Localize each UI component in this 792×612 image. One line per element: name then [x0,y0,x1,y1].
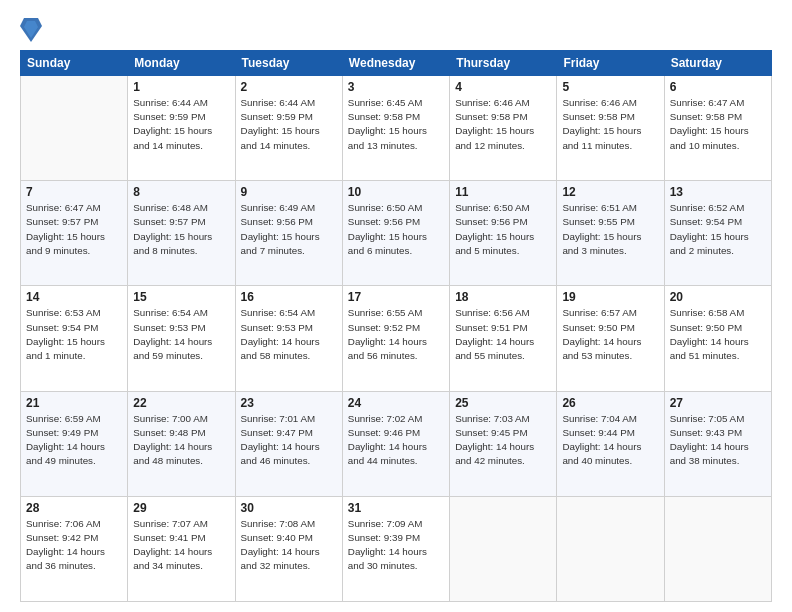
calendar-cell: 30Sunrise: 7:08 AM Sunset: 9:40 PM Dayli… [235,496,342,601]
day-info: Sunrise: 7:02 AM Sunset: 9:46 PM Dayligh… [348,412,444,469]
calendar-cell: 22Sunrise: 7:00 AM Sunset: 9:48 PM Dayli… [128,391,235,496]
day-info: Sunrise: 6:45 AM Sunset: 9:58 PM Dayligh… [348,96,444,153]
day-info: Sunrise: 6:47 AM Sunset: 9:58 PM Dayligh… [670,96,766,153]
day-info: Sunrise: 7:08 AM Sunset: 9:40 PM Dayligh… [241,517,337,574]
calendar-cell: 29Sunrise: 7:07 AM Sunset: 9:41 PM Dayli… [128,496,235,601]
day-number: 5 [562,80,658,94]
calendar-cell: 24Sunrise: 7:02 AM Sunset: 9:46 PM Dayli… [342,391,449,496]
calendar-cell: 2Sunrise: 6:44 AM Sunset: 9:59 PM Daylig… [235,76,342,181]
calendar-cell: 19Sunrise: 6:57 AM Sunset: 9:50 PM Dayli… [557,286,664,391]
calendar-cell [450,496,557,601]
day-info: Sunrise: 7:05 AM Sunset: 9:43 PM Dayligh… [670,412,766,469]
calendar-cell: 23Sunrise: 7:01 AM Sunset: 9:47 PM Dayli… [235,391,342,496]
calendar-week-row: 21Sunrise: 6:59 AM Sunset: 9:49 PM Dayli… [21,391,772,496]
svg-marker-1 [24,21,38,38]
day-number: 27 [670,396,766,410]
calendar-week-row: 7Sunrise: 6:47 AM Sunset: 9:57 PM Daylig… [21,181,772,286]
calendar-cell: 7Sunrise: 6:47 AM Sunset: 9:57 PM Daylig… [21,181,128,286]
calendar-cell: 9Sunrise: 6:49 AM Sunset: 9:56 PM Daylig… [235,181,342,286]
calendar-week-row: 28Sunrise: 7:06 AM Sunset: 9:42 PM Dayli… [21,496,772,601]
calendar-week-row: 14Sunrise: 6:53 AM Sunset: 9:54 PM Dayli… [21,286,772,391]
calendar-cell: 6Sunrise: 6:47 AM Sunset: 9:58 PM Daylig… [664,76,771,181]
day-number: 31 [348,501,444,515]
day-info: Sunrise: 6:57 AM Sunset: 9:50 PM Dayligh… [562,306,658,363]
weekday-header: Monday [128,51,235,76]
day-number: 1 [133,80,229,94]
calendar-table: SundayMondayTuesdayWednesdayThursdayFrid… [20,50,772,602]
calendar-cell: 16Sunrise: 6:54 AM Sunset: 9:53 PM Dayli… [235,286,342,391]
day-number: 30 [241,501,337,515]
weekday-header: Tuesday [235,51,342,76]
calendar-cell: 3Sunrise: 6:45 AM Sunset: 9:58 PM Daylig… [342,76,449,181]
logo [20,16,46,44]
day-info: Sunrise: 7:00 AM Sunset: 9:48 PM Dayligh… [133,412,229,469]
day-info: Sunrise: 6:44 AM Sunset: 9:59 PM Dayligh… [133,96,229,153]
day-info: Sunrise: 6:44 AM Sunset: 9:59 PM Dayligh… [241,96,337,153]
day-info: Sunrise: 6:55 AM Sunset: 9:52 PM Dayligh… [348,306,444,363]
calendar-week-row: 1Sunrise: 6:44 AM Sunset: 9:59 PM Daylig… [21,76,772,181]
day-number: 22 [133,396,229,410]
calendar-cell: 4Sunrise: 6:46 AM Sunset: 9:58 PM Daylig… [450,76,557,181]
day-number: 24 [348,396,444,410]
calendar-cell: 17Sunrise: 6:55 AM Sunset: 9:52 PM Dayli… [342,286,449,391]
day-number: 26 [562,396,658,410]
day-info: Sunrise: 6:53 AM Sunset: 9:54 PM Dayligh… [26,306,122,363]
calendar-cell: 8Sunrise: 6:48 AM Sunset: 9:57 PM Daylig… [128,181,235,286]
calendar-cell: 5Sunrise: 6:46 AM Sunset: 9:58 PM Daylig… [557,76,664,181]
day-number: 13 [670,185,766,199]
calendar-header-row: SundayMondayTuesdayWednesdayThursdayFrid… [21,51,772,76]
day-number: 8 [133,185,229,199]
day-info: Sunrise: 7:09 AM Sunset: 9:39 PM Dayligh… [348,517,444,574]
calendar-cell: 21Sunrise: 6:59 AM Sunset: 9:49 PM Dayli… [21,391,128,496]
day-info: Sunrise: 6:46 AM Sunset: 9:58 PM Dayligh… [455,96,551,153]
day-info: Sunrise: 6:58 AM Sunset: 9:50 PM Dayligh… [670,306,766,363]
weekday-header: Sunday [21,51,128,76]
calendar-cell: 27Sunrise: 7:05 AM Sunset: 9:43 PM Dayli… [664,391,771,496]
day-info: Sunrise: 6:52 AM Sunset: 9:54 PM Dayligh… [670,201,766,258]
day-number: 23 [241,396,337,410]
calendar-cell: 26Sunrise: 7:04 AM Sunset: 9:44 PM Dayli… [557,391,664,496]
page-header [20,16,772,44]
day-number: 7 [26,185,122,199]
day-number: 2 [241,80,337,94]
day-number: 11 [455,185,551,199]
day-number: 25 [455,396,551,410]
logo-icon [20,16,42,44]
day-info: Sunrise: 7:03 AM Sunset: 9:45 PM Dayligh… [455,412,551,469]
day-number: 4 [455,80,551,94]
calendar-cell: 25Sunrise: 7:03 AM Sunset: 9:45 PM Dayli… [450,391,557,496]
day-number: 9 [241,185,337,199]
calendar-cell: 15Sunrise: 6:54 AM Sunset: 9:53 PM Dayli… [128,286,235,391]
day-number: 3 [348,80,444,94]
day-number: 29 [133,501,229,515]
day-number: 19 [562,290,658,304]
calendar-cell: 11Sunrise: 6:50 AM Sunset: 9:56 PM Dayli… [450,181,557,286]
day-number: 15 [133,290,229,304]
calendar-cell: 14Sunrise: 6:53 AM Sunset: 9:54 PM Dayli… [21,286,128,391]
day-number: 21 [26,396,122,410]
day-info: Sunrise: 7:06 AM Sunset: 9:42 PM Dayligh… [26,517,122,574]
day-number: 20 [670,290,766,304]
day-info: Sunrise: 6:46 AM Sunset: 9:58 PM Dayligh… [562,96,658,153]
day-number: 12 [562,185,658,199]
calendar-cell: 31Sunrise: 7:09 AM Sunset: 9:39 PM Dayli… [342,496,449,601]
day-info: Sunrise: 6:56 AM Sunset: 9:51 PM Dayligh… [455,306,551,363]
calendar-cell: 28Sunrise: 7:06 AM Sunset: 9:42 PM Dayli… [21,496,128,601]
day-number: 6 [670,80,766,94]
weekday-header: Saturday [664,51,771,76]
day-number: 16 [241,290,337,304]
day-info: Sunrise: 7:01 AM Sunset: 9:47 PM Dayligh… [241,412,337,469]
day-info: Sunrise: 6:54 AM Sunset: 9:53 PM Dayligh… [241,306,337,363]
day-info: Sunrise: 6:50 AM Sunset: 9:56 PM Dayligh… [348,201,444,258]
calendar-cell: 10Sunrise: 6:50 AM Sunset: 9:56 PM Dayli… [342,181,449,286]
day-info: Sunrise: 6:59 AM Sunset: 9:49 PM Dayligh… [26,412,122,469]
day-number: 10 [348,185,444,199]
calendar-cell [664,496,771,601]
calendar-cell: 12Sunrise: 6:51 AM Sunset: 9:55 PM Dayli… [557,181,664,286]
calendar-cell: 20Sunrise: 6:58 AM Sunset: 9:50 PM Dayli… [664,286,771,391]
weekday-header: Wednesday [342,51,449,76]
day-info: Sunrise: 7:07 AM Sunset: 9:41 PM Dayligh… [133,517,229,574]
calendar-cell: 13Sunrise: 6:52 AM Sunset: 9:54 PM Dayli… [664,181,771,286]
day-info: Sunrise: 7:04 AM Sunset: 9:44 PM Dayligh… [562,412,658,469]
calendar-cell: 18Sunrise: 6:56 AM Sunset: 9:51 PM Dayli… [450,286,557,391]
